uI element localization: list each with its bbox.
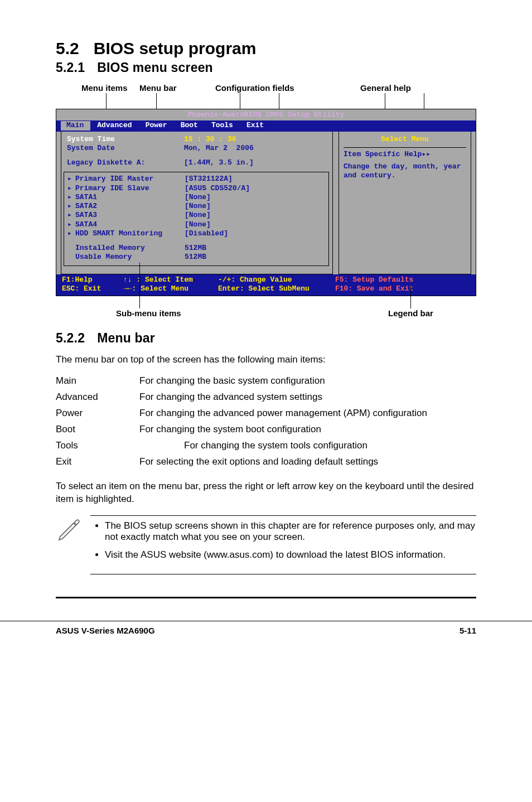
legend-esc: ESC: Exit	[62, 284, 101, 293]
tab-power[interactable]: Power	[140, 121, 174, 130]
table-row: MainFor changing the basic system config…	[56, 373, 476, 389]
submenu-arrow-icon: ▸	[67, 220, 75, 229]
menubar-definitions-table: MainFor changing the basic system config…	[56, 373, 476, 470]
submenu-arrow-icon: ▸	[67, 229, 75, 238]
row-system-date[interactable]: System Date Mon, Mar 2 2006	[67, 144, 327, 153]
row-installed-memory: Installed Memory 512MB	[67, 244, 325, 253]
bios-help-pane: Select Menu Item Specific Help▸▸ Change …	[338, 132, 471, 274]
bios-left-pane: System Time 15 : 30 : 36 System Date Mon…	[61, 132, 333, 274]
annotation-menu-bar: Menu bar	[139, 83, 177, 93]
submenu-arrow-icon: ▸	[67, 175, 75, 183]
legend-f10: F10: Save and Exit	[335, 284, 413, 293]
annotation-menu-items: Menu items	[81, 83, 128, 93]
row-sata3[interactable]: ▸SATA3 [None]	[67, 211, 325, 220]
legend-select-submenu: Enter: Select SubMenu	[218, 284, 309, 293]
row-sata2[interactable]: ▸SATA2 [None]	[67, 202, 325, 211]
menubar-intro: The menu bar on top of the screen has th…	[56, 354, 476, 366]
annotation-legend-bar: Legend bar	[388, 308, 433, 318]
subsection-number-2: 5.2.2	[56, 331, 85, 345]
section-text: BIOS setup program	[94, 39, 257, 57]
submenu-arrow-icon: ▸	[67, 193, 75, 202]
system-time-label: System Time	[67, 135, 184, 144]
legacy-diskette-label: Legacy Diskette A:	[67, 158, 184, 167]
row-hdd-smart[interactable]: ▸HDD SMART Monitoring [Disabled]	[67, 229, 325, 238]
section-number: 5.2	[56, 39, 79, 57]
subsection-title: 5.2.1BIOS menu screen	[56, 60, 476, 75]
note-item: The BIOS setup screens shown in this cha…	[105, 520, 476, 543]
bios-legend-bar: F1:Help ESC: Exit ↑↓ : Select Item →←: S…	[56, 274, 476, 296]
pencil-note-icon	[56, 515, 83, 544]
subsection-title-2: 5.2.2Menu bar	[56, 331, 476, 346]
tab-boot[interactable]: Boot	[175, 121, 205, 130]
subsection-text-2: Menu bar	[97, 331, 155, 345]
legacy-diskette-value: [1.44M, 3.5 in.]	[184, 158, 327, 167]
table-row: ToolsFor changing the system tools confi…	[56, 438, 476, 454]
row-legacy-diskette[interactable]: Legacy Diskette A: [1.44M, 3.5 in.]	[67, 158, 327, 167]
system-time-value: 15 : 30 : 36	[184, 135, 327, 144]
section-title: 5.2BIOS setup program	[56, 39, 476, 58]
help-text: Change the day, month, year and century.	[344, 162, 466, 181]
bios-menu-bar: Main Advanced Power Boot Tools Exit	[56, 120, 476, 131]
submenu-arrow-icon: ▸	[67, 211, 75, 220]
note-content: The BIOS setup screens shown in this cha…	[90, 515, 476, 574]
tab-advanced[interactable]: Advanced	[91, 121, 138, 130]
page-footer: ASUS V-Series M2A690G 5-11	[0, 621, 532, 652]
bios-title: Phoenix-AwardBIOS CMOS Setup Utility	[56, 109, 476, 120]
bios-submenu-box: ▸Primary IDE Master [ST321122A] ▸Primary…	[64, 172, 329, 265]
system-date-label: System Date	[67, 144, 184, 153]
legend-f5: F5: Setup Defaults	[335, 276, 413, 284]
select-paragraph: To select an item on the menu bar, press…	[56, 480, 476, 506]
tab-tools[interactable]: Tools	[206, 121, 240, 130]
tab-main[interactable]: Main	[61, 121, 90, 130]
system-date-value: Mon, Mar 2 2006	[184, 144, 327, 153]
note-block: The BIOS setup screens shown in this cha…	[56, 515, 476, 574]
table-row: AdvancedFor changing the advanced system…	[56, 389, 476, 405]
legend-f1: F1:Help	[62, 276, 93, 284]
annotation-config-fields: Configuration fields	[215, 83, 294, 93]
note-item: Visit the ASUS website (www.asus.com) to…	[105, 549, 476, 561]
annotation-sub-menu-items: Sub-menu items	[116, 308, 181, 318]
row-system-time[interactable]: System Time 15 : 30 : 36	[67, 135, 327, 144]
help-item-specific: Item Specific Help▸▸	[344, 150, 466, 159]
legend-select-item: ↑↓ : Select Item	[123, 276, 193, 284]
subsection-number: 5.2.1	[56, 60, 85, 75]
submenu-arrow-icon: ▸	[67, 202, 75, 211]
bios-screenshot: Phoenix-AwardBIOS CMOS Setup Utility Mai…	[56, 109, 476, 296]
footer-left: ASUS V-Series M2A690G	[56, 626, 155, 635]
footer-right: 5-11	[460, 626, 476, 635]
table-row: BootFor changing the system boot configu…	[56, 422, 476, 438]
legend-change-value: -/+: Change Value	[218, 276, 292, 284]
table-row: ExitFor selecting the exit options and l…	[56, 454, 476, 470]
row-primary-ide-slave[interactable]: ▸Primary IDE Slave [ASUS CDS520/A]	[67, 184, 325, 193]
tab-exit[interactable]: Exit	[241, 121, 270, 130]
submenu-arrow-icon: ▸	[67, 184, 75, 193]
row-sata4[interactable]: ▸SATA4 [None]	[67, 220, 325, 229]
row-sata1[interactable]: ▸SATA1 [None]	[67, 193, 325, 202]
top-annotations: Menu items Menu bar Configuration fields…	[56, 83, 476, 109]
subsection-text: BIOS menu screen	[97, 60, 213, 75]
annotation-general-help: General help	[360, 83, 411, 93]
bottom-annotations: Sub-menu items Legend bar	[56, 296, 476, 320]
legend-select-menu: →←: Select Menu	[123, 284, 188, 293]
row-usable-memory: Usable Memory 512MB	[67, 253, 325, 262]
help-select-menu: Select Menu	[344, 135, 466, 144]
table-row: PowerFor changing the advanced power man…	[56, 405, 476, 422]
row-primary-ide-master[interactable]: ▸Primary IDE Master [ST321122A]	[67, 175, 325, 183]
